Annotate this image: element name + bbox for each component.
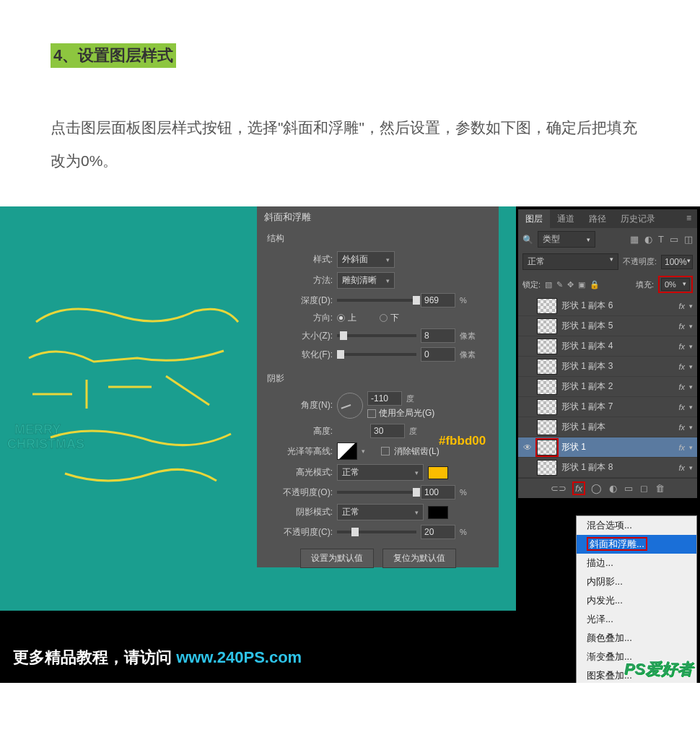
layer-row[interactable]: 形状 1 副本 8fx▾ <box>518 458 697 478</box>
lock-all-icon[interactable]: 🔒 <box>590 280 600 289</box>
depth-slider[interactable] <box>337 299 416 302</box>
layer-row[interactable]: 👁形状 1fx▾ <box>518 437 697 458</box>
layer-thumbnail[interactable] <box>537 440 557 455</box>
direction-label: 方向: <box>264 312 333 324</box>
shadow-color-swatch[interactable] <box>428 506 448 519</box>
layer-thumbnail[interactable] <box>537 419 557 435</box>
angle-input[interactable] <box>367 391 402 406</box>
delete-layer-icon[interactable]: 🗑 <box>655 483 665 494</box>
new-group-icon[interactable]: ▭ <box>624 483 633 494</box>
panel-menu-icon[interactable]: ≡ <box>681 209 697 228</box>
chevron-down-icon[interactable]: ▾ <box>689 444 693 451</box>
blend-mode-dropdown[interactable]: 正常▾ <box>522 253 618 270</box>
layer-thumbnail[interactable] <box>537 399 557 415</box>
shadow-mode-dropdown[interactable]: 正常▾ <box>337 504 424 520</box>
make-default-button[interactable]: 设置为默认值 <box>300 549 374 568</box>
shadow-opacity-slider[interactable] <box>337 531 416 533</box>
lock-move-icon[interactable]: ✥ <box>567 280 574 289</box>
opacity-input[interactable]: 100%▾ <box>661 255 693 269</box>
filter-type-icon[interactable]: T <box>658 234 664 245</box>
layer-row[interactable]: 形状 1 副本 2fx▾ <box>518 377 697 397</box>
layer-style-dialog: 斜面和浮雕 结构 样式: 外斜面▾ 方法: 雕刻清晰▾ 深度(D): % 方向:… <box>257 206 499 567</box>
chevron-down-icon[interactable]: ▾ <box>689 302 693 310</box>
reset-default-button[interactable]: 复位为默认值 <box>382 549 456 568</box>
filter-smart-icon[interactable]: ◫ <box>684 234 693 245</box>
size-label: 大小(Z): <box>264 330 333 342</box>
layer-row[interactable]: 形状 1 副本 4fx▾ <box>518 336 697 357</box>
layer-list: 形状 1 副本 6fx▾形状 1 副本 5fx▾形状 1 副本 4fx▾形状 1… <box>518 296 697 478</box>
fx-menu-item[interactable]: 混合选项... <box>577 516 696 535</box>
method-label: 方法: <box>264 274 333 287</box>
search-icon: 🔍 <box>522 235 533 245</box>
layer-thumbnail[interactable] <box>537 379 557 395</box>
angle-control[interactable] <box>337 393 363 419</box>
adjustment-layer-icon[interactable]: ◐ <box>609 483 617 494</box>
chevron-down-icon[interactable]: ▾ <box>689 323 693 330</box>
chevron-down-icon[interactable]: ▾ <box>689 404 693 411</box>
layer-row[interactable]: 形状 1 副本 3fx▾ <box>518 357 697 377</box>
highlight-mode-dropdown[interactable]: 正常▾ <box>337 464 424 481</box>
size-slider[interactable] <box>337 334 416 337</box>
fx-menu-item[interactable]: 颜色叠加... <box>577 629 696 647</box>
soften-unit: 像素 <box>460 349 476 360</box>
chevron-down-icon[interactable]: ▾ <box>689 424 693 431</box>
lock-transparent-icon[interactable]: ▧ <box>545 280 552 289</box>
fx-menu-item[interactable]: 描边... <box>577 554 696 572</box>
soften-slider[interactable] <box>337 353 416 356</box>
angle-unit: 度 <box>406 393 414 404</box>
global-light-checkbox[interactable] <box>367 409 376 418</box>
fx-menu-item[interactable]: 斜面和浮雕... <box>577 535 696 554</box>
layer-thumbnail[interactable] <box>537 460 557 476</box>
direction-down-radio[interactable]: 下 <box>380 312 399 324</box>
layer-fx-icon[interactable]: fx <box>574 483 584 494</box>
soften-input[interactable] <box>421 347 455 362</box>
filter-shape-icon[interactable]: ▭ <box>670 234 678 245</box>
style-dropdown[interactable]: 外斜面▾ <box>337 251 395 268</box>
layer-row[interactable]: 形状 1 副本 6fx▾ <box>518 296 697 316</box>
layer-row[interactable]: 形状 1 副本 5fx▾ <box>518 316 697 336</box>
highlight-color-swatch[interactable] <box>428 466 448 479</box>
antialias-checkbox[interactable] <box>381 447 390 455</box>
tab-layers[interactable]: 图层 <box>518 209 550 228</box>
panel-tabs: 图层 通道 路径 历史记录 ≡ <box>518 209 697 228</box>
filter-pixel-icon[interactable]: ▦ <box>630 234 639 245</box>
layer-fx-badge: fx <box>678 342 685 351</box>
lock-artboard-icon[interactable]: ▣ <box>578 280 585 289</box>
fx-menu-item[interactable]: 内发光... <box>577 591 696 610</box>
tab-channels[interactable]: 通道 <box>550 209 582 228</box>
layer-thumbnail[interactable] <box>537 318 557 334</box>
tab-paths[interactable]: 路径 <box>582 209 613 228</box>
layer-visibility-icon[interactable]: 👁 <box>522 442 533 453</box>
fx-menu-item[interactable]: 内阴影... <box>577 572 696 591</box>
altitude-input[interactable] <box>370 424 405 438</box>
chevron-down-icon[interactable]: ▾ <box>689 363 693 370</box>
layer-thumbnail[interactable] <box>537 359 557 375</box>
layer-mask-icon[interactable]: ◯ <box>591 483 602 494</box>
direction-up-radio[interactable]: 上 <box>337 312 356 324</box>
layer-fx-badge: fx <box>678 463 685 472</box>
highlight-opacity-input[interactable] <box>421 485 455 500</box>
shadow-opacity-input[interactable] <box>421 525 455 539</box>
size-input[interactable] <box>421 328 455 343</box>
chevron-down-icon[interactable]: ▾ <box>689 343 693 350</box>
new-layer-icon[interactable]: ◻ <box>640 483 648 494</box>
chevron-down-icon[interactable]: ▾ <box>689 383 693 391</box>
layer-thumbnail[interactable] <box>537 298 557 314</box>
link-layers-icon[interactable]: ⊂⊃ <box>551 483 566 494</box>
method-dropdown[interactable]: 雕刻清晰▾ <box>337 272 395 289</box>
highlight-opacity-slider[interactable] <box>337 491 416 494</box>
layer-row[interactable]: 形状 1 副本fx▾ <box>518 417 697 437</box>
layer-fx-badge: fx <box>678 443 685 452</box>
tab-history[interactable]: 历史记录 <box>613 209 662 228</box>
filter-adjust-icon[interactable]: ◐ <box>644 234 652 245</box>
fill-input[interactable]: 0%▾ <box>661 278 690 291</box>
chevron-down-icon[interactable]: ▾ <box>689 464 693 471</box>
gloss-contour-picker[interactable] <box>337 442 357 460</box>
depth-input[interactable] <box>421 293 455 308</box>
lock-paint-icon[interactable]: ✎ <box>556 280 563 289</box>
filter-type-dropdown[interactable]: 类型▾ <box>538 231 595 248</box>
layer-thumbnail[interactable] <box>537 339 557 354</box>
fx-menu-item[interactable]: 光泽... <box>577 610 696 629</box>
depth-label: 深度(D): <box>264 295 333 307</box>
layer-row[interactable]: 形状 1 副本 7fx▾ <box>518 397 697 417</box>
